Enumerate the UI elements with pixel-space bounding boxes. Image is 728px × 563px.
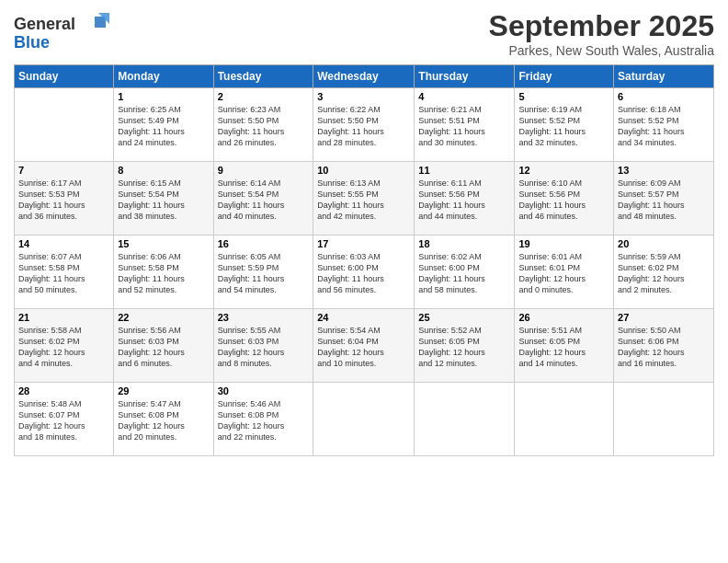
day-number: 27 [618, 312, 710, 323]
day-number: 23 [218, 312, 310, 323]
day-info: Sunrise: 5:56 AM Sunset: 6:03 PM Dayligh… [118, 325, 209, 370]
table-cell [415, 383, 515, 456]
table-cell: 26Sunrise: 5:51 AM Sunset: 6:05 PM Dayli… [515, 309, 614, 383]
day-number: 9 [218, 165, 310, 176]
day-info: Sunrise: 5:51 AM Sunset: 6:05 PM Dayligh… [518, 325, 609, 370]
day-number: 19 [518, 238, 609, 249]
col-tuesday: Tuesday [213, 65, 313, 88]
table-cell: 28Sunrise: 5:48 AM Sunset: 6:07 PM Dayli… [15, 383, 114, 456]
col-wednesday: Wednesday [313, 65, 415, 88]
col-sunday: Sunday [15, 65, 114, 88]
table-cell: 19Sunrise: 6:01 AM Sunset: 6:01 PM Dayli… [515, 236, 614, 309]
day-number: 3 [317, 91, 410, 102]
logo: General Blue [14, 9, 115, 59]
table-cell: 6Sunrise: 6:18 AM Sunset: 5:52 PM Daylig… [614, 88, 714, 162]
table-cell [515, 383, 614, 456]
week-row-1: 1Sunrise: 6:25 AM Sunset: 5:49 PM Daylig… [15, 88, 714, 162]
day-info: Sunrise: 5:52 AM Sunset: 6:05 PM Dayligh… [418, 325, 510, 370]
day-number: 10 [317, 165, 410, 176]
day-info: Sunrise: 6:11 AM Sunset: 5:56 PM Dayligh… [418, 178, 510, 223]
day-info: Sunrise: 5:59 AM Sunset: 6:02 PM Dayligh… [618, 251, 710, 296]
svg-text:Blue: Blue [14, 33, 50, 52]
day-info: Sunrise: 5:47 AM Sunset: 6:08 PM Dayligh… [118, 398, 209, 443]
col-monday: Monday [114, 65, 213, 88]
day-number: 11 [418, 165, 510, 176]
day-number: 8 [118, 165, 209, 176]
table-cell: 29Sunrise: 5:47 AM Sunset: 6:08 PM Dayli… [114, 383, 213, 456]
day-number: 26 [518, 312, 609, 323]
day-info: Sunrise: 6:22 AM Sunset: 5:50 PM Dayligh… [317, 104, 410, 149]
day-info: Sunrise: 5:55 AM Sunset: 6:03 PM Dayligh… [218, 325, 310, 370]
day-info: Sunrise: 6:21 AM Sunset: 5:51 PM Dayligh… [418, 104, 510, 149]
day-info: Sunrise: 6:18 AM Sunset: 5:52 PM Dayligh… [618, 104, 710, 149]
day-info: Sunrise: 6:01 AM Sunset: 6:01 PM Dayligh… [518, 251, 609, 296]
day-number: 4 [418, 91, 510, 102]
day-info: Sunrise: 6:02 AM Sunset: 6:00 PM Dayligh… [418, 251, 510, 296]
day-info: Sunrise: 6:17 AM Sunset: 5:53 PM Dayligh… [18, 178, 109, 223]
day-info: Sunrise: 6:19 AM Sunset: 5:52 PM Dayligh… [518, 104, 609, 149]
svg-text:General: General [14, 15, 75, 33]
table-cell: 8Sunrise: 6:15 AM Sunset: 5:54 PM Daylig… [114, 162, 213, 236]
table-cell: 27Sunrise: 5:50 AM Sunset: 6:06 PM Dayli… [614, 309, 714, 383]
table-cell: 4Sunrise: 6:21 AM Sunset: 5:51 PM Daylig… [415, 88, 515, 162]
table-cell: 20Sunrise: 5:59 AM Sunset: 6:02 PM Dayli… [614, 236, 714, 309]
day-number: 5 [518, 91, 609, 102]
page: General Blue September 2025 Parkes, New … [0, 0, 728, 563]
table-cell: 10Sunrise: 6:13 AM Sunset: 5:55 PM Dayli… [313, 162, 415, 236]
day-number: 2 [218, 91, 310, 102]
day-number: 13 [618, 165, 710, 176]
day-number: 29 [118, 385, 209, 396]
calendar-header-row: Sunday Monday Tuesday Wednesday Thursday… [15, 65, 714, 88]
week-row-5: 28Sunrise: 5:48 AM Sunset: 6:07 PM Dayli… [15, 383, 714, 456]
week-row-2: 7Sunrise: 6:17 AM Sunset: 5:53 PM Daylig… [15, 162, 714, 236]
day-number: 12 [518, 165, 609, 176]
table-cell: 3Sunrise: 6:22 AM Sunset: 5:50 PM Daylig… [313, 88, 415, 162]
table-cell: 24Sunrise: 5:54 AM Sunset: 6:04 PM Dayli… [313, 309, 415, 383]
col-thursday: Thursday [415, 65, 515, 88]
day-info: Sunrise: 6:03 AM Sunset: 6:00 PM Dayligh… [317, 251, 410, 296]
header: General Blue September 2025 Parkes, New … [14, 9, 714, 59]
day-number: 17 [317, 238, 410, 249]
day-info: Sunrise: 5:46 AM Sunset: 6:08 PM Dayligh… [218, 398, 310, 443]
table-cell: 18Sunrise: 6:02 AM Sunset: 6:00 PM Dayli… [415, 236, 515, 309]
table-cell: 23Sunrise: 5:55 AM Sunset: 6:03 PM Dayli… [213, 309, 313, 383]
table-cell [15, 88, 114, 162]
main-title: September 2025 [489, 9, 714, 43]
day-info: Sunrise: 5:54 AM Sunset: 6:04 PM Dayligh… [317, 325, 410, 370]
day-info: Sunrise: 6:07 AM Sunset: 5:58 PM Dayligh… [18, 251, 109, 296]
logo-text: General Blue [14, 9, 115, 59]
table-cell: 16Sunrise: 6:05 AM Sunset: 5:59 PM Dayli… [213, 236, 313, 309]
day-number: 25 [418, 312, 510, 323]
table-cell: 21Sunrise: 5:58 AM Sunset: 6:02 PM Dayli… [15, 309, 114, 383]
day-info: Sunrise: 5:50 AM Sunset: 6:06 PM Dayligh… [618, 325, 710, 370]
table-cell: 5Sunrise: 6:19 AM Sunset: 5:52 PM Daylig… [515, 88, 614, 162]
table-cell [313, 383, 415, 456]
day-info: Sunrise: 6:15 AM Sunset: 5:54 PM Dayligh… [118, 178, 209, 223]
table-cell: 11Sunrise: 6:11 AM Sunset: 5:56 PM Dayli… [415, 162, 515, 236]
col-friday: Friday [515, 65, 614, 88]
table-cell: 1Sunrise: 6:25 AM Sunset: 5:49 PM Daylig… [114, 88, 213, 162]
col-saturday: Saturday [614, 65, 714, 88]
day-number: 7 [18, 165, 109, 176]
day-info: Sunrise: 6:09 AM Sunset: 5:57 PM Dayligh… [618, 178, 710, 223]
table-cell: 25Sunrise: 5:52 AM Sunset: 6:05 PM Dayli… [415, 309, 515, 383]
day-number: 1 [118, 91, 209, 102]
day-info: Sunrise: 6:05 AM Sunset: 5:59 PM Dayligh… [218, 251, 310, 296]
table-cell: 15Sunrise: 6:06 AM Sunset: 5:58 PM Dayli… [114, 236, 213, 309]
subtitle: Parkes, New South Wales, Australia [489, 43, 714, 58]
day-info: Sunrise: 6:25 AM Sunset: 5:49 PM Dayligh… [118, 104, 209, 149]
day-info: Sunrise: 5:48 AM Sunset: 6:07 PM Dayligh… [18, 398, 109, 443]
day-info: Sunrise: 6:13 AM Sunset: 5:55 PM Dayligh… [317, 178, 410, 223]
table-cell: 7Sunrise: 6:17 AM Sunset: 5:53 PM Daylig… [15, 162, 114, 236]
table-cell: 14Sunrise: 6:07 AM Sunset: 5:58 PM Dayli… [15, 236, 114, 309]
day-info: Sunrise: 6:10 AM Sunset: 5:56 PM Dayligh… [518, 178, 609, 223]
day-number: 21 [18, 312, 109, 323]
table-cell: 17Sunrise: 6:03 AM Sunset: 6:00 PM Dayli… [313, 236, 415, 309]
day-number: 30 [218, 385, 310, 396]
table-cell: 12Sunrise: 6:10 AM Sunset: 5:56 PM Dayli… [515, 162, 614, 236]
day-number: 28 [18, 385, 109, 396]
day-number: 18 [418, 238, 510, 249]
day-number: 16 [218, 238, 310, 249]
day-number: 15 [118, 238, 209, 249]
title-section: September 2025 Parkes, New South Wales, … [489, 9, 714, 58]
